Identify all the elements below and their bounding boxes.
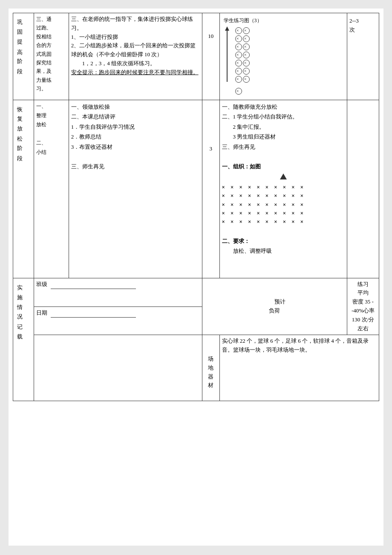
recovery-num: 3 [202, 100, 219, 278]
x-row: × × × × × × × × × × [222, 217, 345, 226]
recovery-label: 恢 复 放 松 阶 段 [13, 100, 34, 278]
equipment-label: 场 地 器 材 [202, 335, 219, 401]
class-label: 班级 [34, 278, 202, 306]
x-row: × × × × × × × × × × [222, 183, 345, 191]
consolidation-diagram: 学生练习图（3） [219, 13, 347, 100]
expected-load-label: 预计 负荷 [202, 278, 347, 335]
arrow-up-icon [225, 26, 229, 31]
content-line-1: 三、在老师的统一指导下，集体进行投掷实心球练习。 [71, 15, 200, 33]
consolidation-num: 10 [202, 13, 219, 100]
content-line-3: 2、二小组跑步捡球，最后一个回来的给一次投掷篮球的机会（不中全小组俯卧撑 10 … [71, 41, 200, 59]
circle-x-icon [243, 43, 250, 50]
recovery-sub-labels: 一、整理放松 二、小结 [34, 100, 69, 278]
triangle-icon [280, 173, 287, 179]
recovery-line-6: 三、师生再见 [71, 162, 200, 171]
circle-x-icon [235, 27, 242, 34]
circle-x-icon [235, 52, 242, 58]
circle-x-icon [235, 35, 242, 42]
impl-label: 实 施 情 况 记 载 [13, 278, 34, 401]
content-line-4: 1，2，3，4 组依次循环练习。 [71, 59, 200, 68]
circle-x-icon [235, 60, 242, 66]
recovery-col5-1: 一、随教师做充分放松 [222, 102, 345, 112]
recovery-content: 一、领做放松操 二、本课总结讲评 1．学生自我评估学习情况 2．教师总结 3．布… [69, 100, 202, 278]
recovery-col5-2: 二、1 学生分组小结自我评估。 [222, 112, 345, 121]
circle-x-icon [243, 52, 250, 58]
page: 巩 固 提 高 阶 段 三、通 过跑、 投相结 合的方 式巩固 探究结 果，及 … [9, 9, 383, 546]
consolidation-label: 巩 固 提 高 阶 段 [13, 13, 34, 100]
equipment-area [34, 335, 202, 401]
circle-x-icon [235, 88, 242, 95]
circle-x-icon [235, 43, 242, 50]
date-label: 日期 [34, 306, 202, 335]
main-table: 巩 固 提 高 阶 段 三、通 过跑、 投相结 合的方 式巩固 探究结 果，及 … [13, 13, 379, 401]
circle-x-icon [235, 76, 242, 83]
recovery-diagram: 一、随教师做充分放松 二、1 学生分组小结自我评估。 2 集中汇报。 3 男生组… [219, 100, 347, 278]
x-row: × × × × × × × × × × [222, 209, 345, 217]
recovery-col5-5: 三、师生再见 [222, 142, 345, 152]
x-row: × × × × × × × × × × [222, 200, 345, 209]
recovery-line-4: 2．教师总结 [71, 132, 200, 142]
recovery-row: 恢 复 放 松 阶 段 一、整理放松 二、小结 一、领做放松操 二、本课总结讲评… [13, 100, 379, 278]
recovery-line-3: 1．学生自我评估学习情况 [71, 122, 200, 132]
consolidation-content: 三、在老师的统一指导下，集体进行投掷实心球练习。 1、一小组进行投掷 2、二小组… [69, 13, 202, 100]
safety-tip: 安全提示：跑步回来的时候要注意不要与同学相撞。 [71, 68, 200, 77]
circle-x-icon [235, 68, 242, 75]
requirement-title: 二、要求： [222, 236, 345, 246]
recovery-empty [347, 100, 379, 278]
consolidation-row: 巩 固 提 高 阶 段 三、通 过跑、 投相结 合的方 式巩固 探究结 果，及 … [13, 13, 379, 100]
circle-x-icon [243, 76, 250, 83]
content-line-2: 1、一小组进行投掷 [71, 33, 200, 42]
diagram-title: 学生练习图（3） [224, 17, 262, 25]
recovery-col5-3: 2 集中汇报。 [222, 122, 345, 132]
equipment-content: 实心球 22 个，篮球 6 个，足球 6 个，软排球 4 个，音箱及录音。篮球场… [219, 335, 379, 401]
circle-x-icon [243, 27, 250, 34]
consolidation-method: 三、通 过跑、 投相结 合的方 式巩固 探究结 果，及 力量练 习。 [34, 13, 69, 100]
x-row: × × × × × × × × × × [222, 191, 345, 200]
circle-x-icon [243, 60, 250, 66]
sub-label-2: 二、小结 [36, 139, 66, 157]
recovery-line-2: 二、本课总结讲评 [71, 112, 200, 121]
consolidation-times: 2--3 次 [347, 13, 379, 100]
impl-header-row: 实 施 情 况 记 载 班级 预计 负荷 练习 平均 密度 35 --40%心率… [13, 278, 379, 306]
organize-title: 一、组织：如图 [222, 162, 345, 171]
x-grid: × × × × × × × × × × × × × × × × × × × × … [222, 183, 345, 226]
recovery-col5-4: 3 男生组归还器材 [222, 132, 345, 142]
circle-x-icon [243, 68, 250, 75]
requirement-content: 放松、调整呼吸 [222, 246, 345, 256]
sub-label-1: 一、整理放松 [36, 102, 66, 130]
recovery-line-1: 一、领做放松操 [71, 102, 200, 112]
recovery-line-5: 3．布置收还器材 [71, 142, 200, 152]
circle-x-icon [243, 35, 250, 42]
practice-density: 练习 平均 密度 35 --40%心率 130 次/分左右 [347, 278, 379, 335]
impl-equipment-row: 场 地 器 材 实心球 22 个，篮球 6 个，足球 6 个，软排球 4 个，音… [13, 335, 379, 401]
